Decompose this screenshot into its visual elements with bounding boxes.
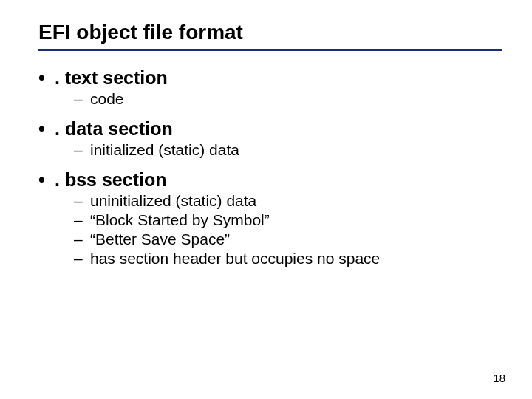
sub-list: – uninitialized (static) data – “Block S… — [74, 192, 502, 267]
sub-list: – initialized (static) data — [74, 141, 502, 159]
sub-label: “Block Started by Symbol” — [90, 211, 270, 229]
list-item: – initialized (static) data — [74, 141, 502, 159]
sub-label: has section header but occupies no space — [90, 250, 380, 267]
bullet-dash-icon: – — [74, 211, 90, 229]
bullet-level-1: • . bss section — [38, 169, 502, 191]
bullet-dash-icon: – — [74, 90, 90, 108]
bullet-level-1: • . text section — [38, 67, 502, 89]
bullet-dash-icon: – — [74, 141, 90, 159]
bullet-dash-icon: – — [74, 192, 90, 210]
list-item: – “Block Started by Symbol” — [74, 211, 502, 229]
slide: EFI object file format • . text section … — [0, 0, 532, 399]
slide-title: EFI object file format — [38, 21, 502, 44]
bullet-dot-icon: • — [38, 169, 55, 191]
list-item: • . text section – code — [38, 67, 502, 108]
bullet-label: . text section — [55, 67, 168, 89]
sub-label: “Better Save Space” — [90, 231, 230, 248]
sub-label: uninitialized (static) data — [90, 192, 256, 210]
list-item: • . data section – initialized (static) … — [38, 118, 502, 159]
bullet-level-1: • . data section — [38, 118, 502, 140]
bullet-label: . bss section — [55, 169, 166, 191]
bullet-dash-icon: – — [74, 250, 90, 267]
list-item: – code — [74, 90, 502, 108]
sub-list: – code — [74, 90, 502, 108]
title-divider — [38, 49, 502, 51]
bullet-dot-icon: • — [38, 118, 55, 140]
list-item: – uninitialized (static) data — [74, 192, 502, 210]
bullet-list: • . text section – code • . data section… — [38, 67, 502, 267]
sub-label: code — [90, 90, 124, 108]
list-item: – has section header but occupies no spa… — [74, 250, 502, 267]
page-number: 18 — [493, 372, 505, 384]
list-item: – “Better Save Space” — [74, 231, 502, 248]
bullet-dot-icon: • — [38, 67, 55, 89]
bullet-label: . data section — [55, 118, 173, 140]
list-item: • . bss section – uninitialized (static)… — [38, 169, 502, 267]
bullet-dash-icon: – — [74, 231, 90, 248]
sub-label: initialized (static) data — [90, 141, 239, 159]
